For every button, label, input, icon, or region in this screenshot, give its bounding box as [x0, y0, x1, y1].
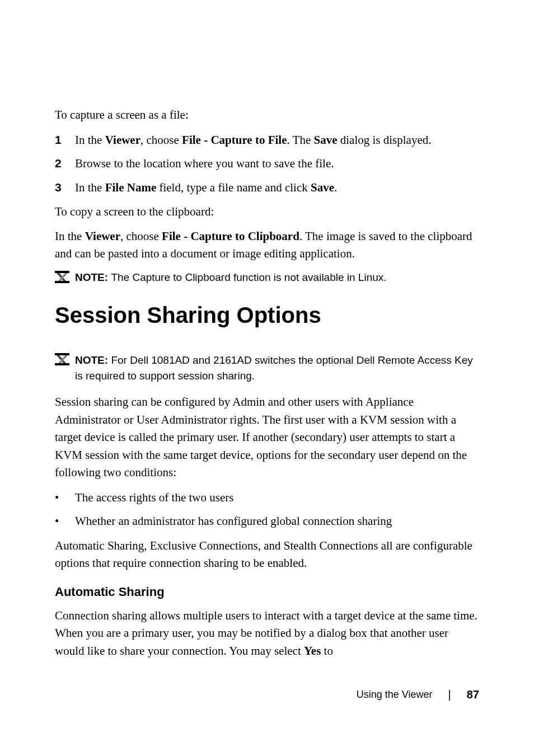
bold-text: Viewer	[105, 133, 140, 147]
svg-marker-1	[55, 281, 69, 283]
bold-text: File Name	[105, 181, 157, 194]
note-label: NOTE:	[75, 354, 111, 366]
footer-page-number: 87	[467, 688, 479, 701]
text: field, type a file name and click	[156, 181, 311, 194]
svg-marker-2	[55, 353, 69, 355]
step-number: 3	[55, 179, 75, 197]
heading-automatic-sharing: Automatic Sharing	[55, 585, 479, 599]
note-text: NOTE: For Dell 1081AD and 2161AD switche…	[75, 353, 479, 383]
step-3: 3 In the File Name field, type a file na…	[55, 179, 479, 197]
copy-intro-paragraph: To copy a screen to the clipboard:	[55, 203, 479, 221]
text: . The	[287, 133, 314, 147]
bold-text: Save	[314, 133, 338, 147]
copy-paragraph: In the Viewer, choose File - Capture to …	[55, 228, 479, 263]
text: In the	[55, 229, 85, 243]
step-number: 2	[55, 154, 75, 173]
footer-title: Using the Viewer	[357, 689, 433, 701]
list-item: • The access rights of the two users	[55, 489, 479, 507]
note-body: For Dell 1081AD and 2161AD switches the …	[75, 354, 473, 382]
step-2: 2 Browse to the location where you want …	[55, 154, 479, 173]
capture-steps-list: 1 In the Viewer, choose File - Capture t…	[55, 131, 479, 197]
bold-text: Viewer	[85, 229, 120, 243]
bullet-icon: •	[55, 512, 75, 530]
footer-separator: |	[448, 688, 451, 701]
bold-text: Save	[311, 181, 334, 194]
note-icon	[55, 271, 69, 283]
text: Connection sharing allows multiple users…	[55, 609, 477, 658]
step-body: Browse to the location where you want to…	[75, 154, 479, 173]
note-icon	[55, 353, 69, 365]
bold-text: File - Capture to Clipboard	[162, 229, 299, 243]
text: dialog is displayed.	[338, 133, 432, 147]
text: .	[334, 181, 337, 194]
text: In the	[75, 181, 105, 194]
note-text: NOTE: The Capture to Clipboard function …	[75, 270, 387, 285]
step-1: 1 In the Viewer, choose File - Capture t…	[55, 131, 479, 149]
auto-paragraph: Automatic Sharing, Exclusive Connections…	[55, 537, 479, 572]
text: to	[321, 644, 333, 658]
step-body: In the Viewer, choose File - Capture to …	[75, 131, 479, 149]
bold-text: File - Capture to File	[182, 133, 287, 147]
auto-sharing-paragraph: Connection sharing allows multiple users…	[55, 607, 479, 660]
text: In the	[75, 133, 105, 147]
note-body: The Capture to Clipboard function is not…	[111, 271, 386, 283]
note-label: NOTE:	[75, 271, 111, 283]
note-2: NOTE: For Dell 1081AD and 2161AD switche…	[55, 353, 479, 383]
step-number: 1	[55, 131, 75, 149]
bullet-body: The access rights of the two users	[75, 489, 479, 507]
conditions-list: • The access rights of the two users • W…	[55, 489, 479, 530]
intro-paragraph: To capture a screen as a file:	[55, 106, 479, 124]
bold-text: Yes	[304, 644, 321, 658]
bullet-icon: •	[55, 489, 75, 507]
heading-session-sharing: Session Sharing Options	[55, 303, 479, 328]
text: , choose	[140, 133, 182, 147]
page-footer: Using the Viewer | 87	[357, 688, 479, 701]
bullet-body: Whether an administrator has configured …	[75, 512, 479, 530]
note-1: NOTE: The Capture to Clipboard function …	[55, 270, 479, 285]
svg-marker-3	[55, 363, 69, 365]
session-paragraph: Session sharing can be configured by Adm…	[55, 393, 479, 482]
page-content: To capture a screen as a file: 1 In the …	[0, 0, 534, 660]
step-body: In the File Name field, type a file name…	[75, 179, 479, 197]
svg-marker-0	[55, 271, 69, 273]
list-item: • Whether an administrator has configure…	[55, 512, 479, 530]
text: , choose	[120, 229, 162, 243]
